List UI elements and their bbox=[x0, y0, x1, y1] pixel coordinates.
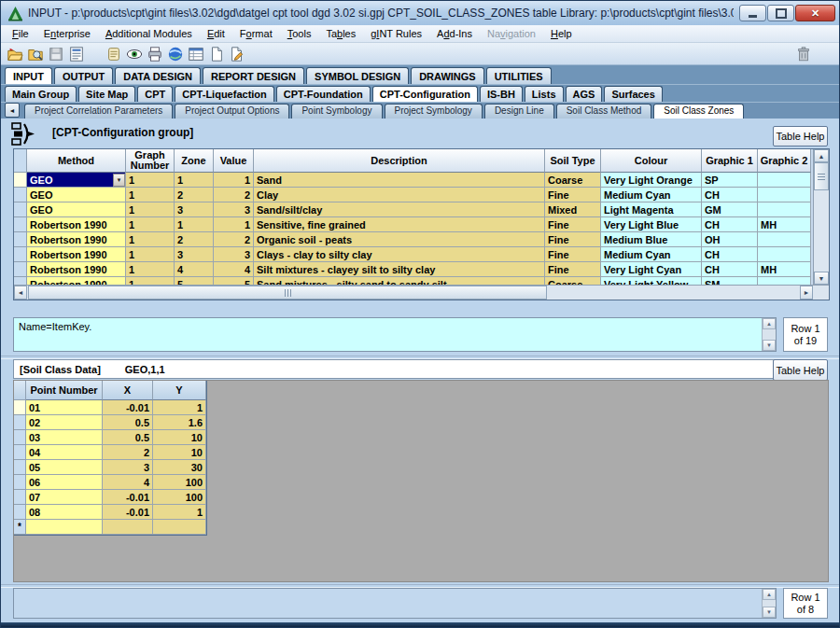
row-selector[interactable] bbox=[14, 232, 27, 247]
cell-colour[interactable]: Medium Cyan bbox=[601, 188, 702, 202]
delete-icon[interactable] bbox=[793, 45, 813, 63]
cell-y[interactable]: 100 bbox=[153, 475, 206, 490]
maximize-button[interactable] bbox=[767, 5, 794, 21]
cell-description[interactable]: Sand/silt/clay bbox=[254, 202, 545, 217]
vertical-scroll-track[interactable] bbox=[814, 190, 829, 272]
subtab-soil-class-method[interactable]: Soil Class Method bbox=[556, 104, 652, 119]
cell-method-selected[interactable]: GEO▼ bbox=[27, 173, 126, 188]
row-selector[interactable] bbox=[14, 400, 26, 415]
column-header-graphic-1[interactable]: Graphic 1 bbox=[702, 149, 758, 173]
scroll-right-icon[interactable]: ► bbox=[800, 286, 813, 300]
row-selector[interactable] bbox=[14, 505, 26, 520]
scroll-tabs-left-button[interactable]: ◄ bbox=[5, 103, 20, 118]
tab-output[interactable]: OUTPUT bbox=[54, 67, 113, 84]
cell-value[interactable]: 5 bbox=[214, 277, 254, 285]
cell-colour[interactable]: Very Light Orange bbox=[601, 173, 702, 188]
cell-colour[interactable]: Light Magenta bbox=[601, 202, 702, 217]
cell-y[interactable]: 1.6 bbox=[153, 415, 206, 430]
cell-point-number[interactable]: 05 bbox=[26, 460, 103, 475]
menu-item-add-ins[interactable]: Add-Ins bbox=[429, 26, 480, 41]
cell-soil-type[interactable]: Fine bbox=[545, 262, 601, 277]
tab-cpt-foundation[interactable]: CPT-Foundation bbox=[276, 86, 371, 102]
row-selector[interactable] bbox=[14, 277, 27, 285]
cell-method[interactable]: Robertson 1990 bbox=[27, 277, 126, 285]
menu-item-file[interactable]: File bbox=[5, 26, 36, 41]
cell-description[interactable]: Clays - clay to silty clay bbox=[254, 247, 545, 262]
cell-zone[interactable]: 1 bbox=[175, 173, 214, 188]
menu-item-gint-rules[interactable]: gINT Rules bbox=[363, 26, 429, 41]
cell-graphic-1[interactable]: CH bbox=[702, 217, 758, 232]
edit-record-icon[interactable] bbox=[227, 45, 246, 63]
cell-x[interactable]: -0.01 bbox=[103, 490, 153, 505]
cell-description[interactable]: Sensitive, fine grained bbox=[254, 217, 545, 232]
file-browser-icon[interactable] bbox=[25, 45, 45, 63]
cell-description[interactable]: Sand bbox=[254, 173, 545, 188]
column-header-soil-type[interactable]: Soil Type bbox=[545, 149, 601, 173]
cell-graphic-2[interactable] bbox=[758, 202, 811, 217]
cell-colour[interactable]: Very Light Blue bbox=[601, 217, 702, 232]
row-selector[interactable] bbox=[14, 445, 26, 460]
cell-colour[interactable]: Very Light Cyan bbox=[601, 262, 702, 277]
scroll-left-icon[interactable]: ◄ bbox=[14, 286, 27, 300]
cell-graphic-1[interactable]: SM bbox=[702, 277, 758, 285]
cell-colour[interactable]: Medium Blue bbox=[601, 232, 702, 247]
cell-empty[interactable] bbox=[103, 520, 153, 535]
cell-zone[interactable]: 3 bbox=[175, 202, 214, 217]
cell-graph-number[interactable]: 1 bbox=[126, 277, 175, 285]
cell-graph-number[interactable]: 1 bbox=[126, 262, 175, 277]
cell-empty[interactable] bbox=[26, 520, 103, 535]
cell-y[interactable]: 30 bbox=[153, 460, 206, 475]
row-selector[interactable] bbox=[14, 173, 27, 188]
cell-graphic-1[interactable]: SP bbox=[702, 173, 758, 188]
cell-description[interactable]: Silt mixtures - clayey silt to silty cla… bbox=[254, 262, 545, 277]
cell-x[interactable]: -0.01 bbox=[103, 505, 153, 520]
row-selector[interactable] bbox=[14, 475, 26, 490]
cell-y[interactable]: 100 bbox=[153, 490, 206, 505]
cell-graphic-1[interactable]: CH bbox=[702, 262, 758, 277]
open-project-icon[interactable] bbox=[5, 45, 24, 63]
cell-soil-type[interactable]: Mixed bbox=[545, 202, 601, 217]
column-header-method[interactable]: Method bbox=[27, 149, 126, 173]
cell-zone[interactable]: 4 bbox=[175, 262, 214, 277]
cell-value[interactable]: 3 bbox=[214, 202, 254, 217]
vertical-scroll-thumb[interactable] bbox=[814, 162, 829, 190]
cell-method[interactable]: GEO bbox=[27, 188, 126, 202]
cell-value[interactable]: 3 bbox=[214, 247, 254, 262]
print-icon[interactable] bbox=[145, 45, 164, 63]
menu-item-navigation[interactable]: Navigation bbox=[480, 26, 543, 41]
horizontal-scroll-thumb[interactable] bbox=[28, 286, 547, 300]
table-help-button-2[interactable]: Table Help bbox=[773, 359, 828, 381]
cell-graphic-1[interactable]: GM bbox=[702, 202, 758, 217]
method-dropdown-button[interactable]: ▼ bbox=[113, 174, 125, 187]
tab-cpt-liquefaction[interactable]: CPT-Liquefaction bbox=[175, 86, 273, 102]
cell-point-number[interactable]: 07 bbox=[26, 490, 103, 505]
cell-graphic-1[interactable]: OH bbox=[702, 232, 758, 247]
cell-point-number[interactable]: 08 bbox=[26, 505, 103, 520]
row-selector[interactable] bbox=[14, 202, 27, 217]
cell-graphic-2[interactable]: MH bbox=[758, 217, 811, 232]
new-row-marker[interactable]: * bbox=[14, 520, 26, 535]
cell-x[interactable]: 3 bbox=[103, 460, 153, 475]
preview-icon[interactable] bbox=[124, 45, 144, 63]
tab-main-group[interactable]: Main Group bbox=[5, 86, 77, 102]
cell-empty[interactable] bbox=[153, 520, 206, 535]
cell-description[interactable]: Clay bbox=[254, 188, 545, 202]
properties-icon[interactable] bbox=[66, 45, 86, 63]
tab-lists[interactable]: Lists bbox=[525, 86, 564, 102]
subtab-project-correlation-parameters[interactable]: Project Correlation Parameters bbox=[24, 104, 173, 119]
cell-graphic-1[interactable]: CH bbox=[702, 188, 758, 202]
cell-soil-type[interactable]: Coarse bbox=[545, 173, 601, 188]
subtab-project-output-options[interactable]: Project Output Options bbox=[175, 104, 289, 119]
cell-graph-number[interactable]: 1 bbox=[126, 217, 175, 232]
subtab-point-symbology[interactable]: Point Symbology bbox=[291, 104, 382, 119]
cell-method[interactable]: Robertson 1990 bbox=[27, 262, 126, 277]
column-header-description[interactable]: Description bbox=[254, 149, 545, 173]
row-selector[interactable] bbox=[14, 217, 27, 232]
cell-zone[interactable]: 1 bbox=[175, 217, 214, 232]
cell-graphic-1[interactable]: CH bbox=[702, 247, 758, 262]
close-button[interactable]: ✕ bbox=[795, 5, 835, 21]
cell-graphic-2[interactable] bbox=[758, 173, 811, 188]
cell-point-number[interactable]: 02 bbox=[26, 415, 103, 430]
cell-value[interactable]: 2 bbox=[214, 232, 254, 247]
cell-soil-type[interactable]: Fine bbox=[545, 232, 601, 247]
